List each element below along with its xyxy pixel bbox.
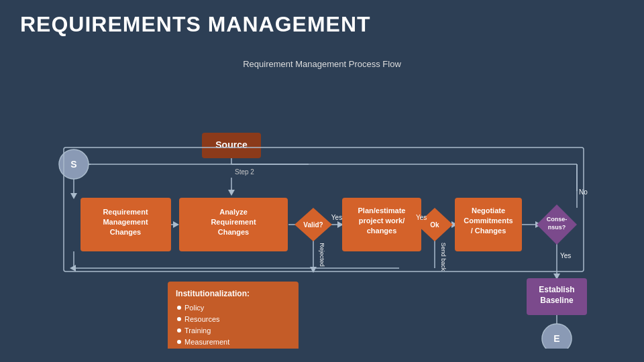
svg-text:Resources: Resources [184, 315, 220, 323]
svg-text:S: S [70, 159, 76, 170]
page-title: REQUIREMENTS MANAGEMENT [0, 0, 644, 37]
svg-text:Changes: Changes [218, 228, 249, 236]
svg-text:Policy: Policy [184, 304, 205, 312]
svg-text:Step 2: Step 2 [235, 168, 254, 176]
svg-text:Valid?: Valid? [303, 221, 323, 229]
svg-text:/ Changes: / Changes [471, 227, 506, 235]
svg-text:Establish: Establish [539, 285, 574, 294]
svg-point-77 [177, 317, 181, 321]
svg-text:Yes: Yes [331, 214, 342, 221]
svg-text:Measurement: Measurement [184, 338, 229, 346]
svg-text:E: E [553, 333, 559, 344]
svg-text:Source: Source [215, 139, 248, 150]
svg-point-75 [177, 306, 181, 310]
svg-text:Conse-: Conse- [547, 216, 568, 223]
svg-point-81 [177, 340, 181, 344]
svg-marker-10 [228, 190, 235, 196]
svg-text:changes: changes [367, 227, 397, 235]
svg-text:nsus?: nsus? [548, 224, 566, 231]
svg-text:Requirement: Requirement [211, 218, 256, 226]
svg-marker-12 [173, 221, 179, 228]
svg-marker-4 [70, 265, 76, 272]
svg-text:project work/: project work/ [359, 217, 405, 225]
svg-rect-51 [342, 198, 421, 251]
svg-text:Baseline: Baseline [540, 296, 574, 305]
svg-text:Yes: Yes [416, 214, 427, 221]
svg-text:Rejected: Rejected [319, 243, 325, 267]
svg-text:Institutionalization:: Institutionalization: [176, 289, 250, 298]
svg-text:Analyze: Analyze [219, 208, 248, 216]
svg-text:Commitments: Commitments [464, 217, 513, 225]
svg-text:Management: Management [103, 218, 148, 226]
svg-point-79 [177, 328, 181, 333]
svg-rect-59 [455, 198, 522, 251]
svg-text:Plan/estimate: Plan/estimate [358, 206, 406, 215]
svg-text:Requirement: Requirement [103, 208, 148, 216]
svg-text:Send back: Send back [440, 243, 447, 272]
svg-text:Changes: Changes [110, 228, 141, 236]
svg-marker-33 [70, 193, 77, 199]
svg-text:Yes: Yes [560, 252, 571, 259]
svg-text:Ok: Ok [430, 221, 439, 229]
svg-text:Negotiate: Negotiate [472, 206, 505, 215]
svg-text:Training: Training [184, 326, 211, 335]
